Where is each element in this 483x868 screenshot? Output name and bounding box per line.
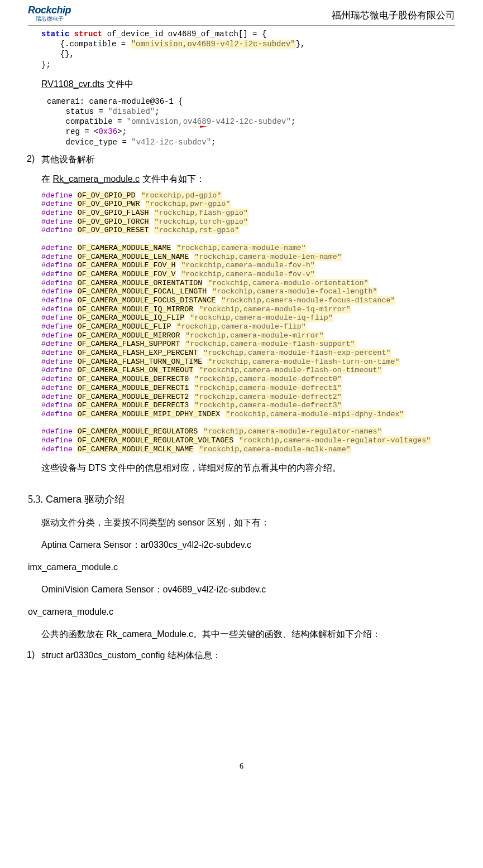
kw-static: static — [41, 30, 69, 38]
define-keyword: #define — [41, 261, 73, 269]
paragraph: 这些设备与 DTS 文件中的信息相对应，详细对应的节点看其中的内容介绍。 — [41, 459, 455, 477]
code-text: ; — [155, 107, 159, 116]
define-keyword: #define — [41, 209, 73, 217]
macro-name: OF_CAMERA_MODULE_MIPI_DPHY_INDEX — [77, 410, 221, 418]
define-keyword: #define — [41, 279, 73, 287]
macro-value: "rockchip,camera-module-len-name" — [194, 253, 342, 261]
define-keyword: #define — [41, 331, 73, 340]
define-keyword: #define — [41, 218, 73, 226]
logo-sub: 瑞芯微电子 — [28, 15, 71, 23]
macro-name: OF_CAMERA_MODULE_DEFRECT1 — [77, 384, 190, 392]
code-block-dts: camera1: camera-module@36-1 { status = "… — [41, 97, 455, 147]
code-string: "omnivision,ov4689-v4l2-i2c-subdev" — [127, 117, 291, 126]
define-keyword: #define — [41, 322, 73, 331]
define-keyword: #define — [41, 253, 73, 261]
macro-value: "rockchip,pwr-gpio" — [145, 200, 231, 208]
code-string: "v4l2-i2c-subdev" — [131, 138, 211, 147]
code-text: {.compatible = — [41, 40, 131, 49]
macro-name: OF_CAMERA_MODULE_MCLK_NAME — [77, 445, 194, 454]
define-keyword: #define — [41, 445, 73, 454]
paragraph-imx: imx_camera_module.c — [28, 558, 455, 576]
section-number: 5.3. — [28, 494, 43, 505]
define-keyword: #define — [41, 314, 73, 322]
macro-value: "rockchip,camera-module-mclk-name" — [198, 445, 351, 454]
page-header: Rockchip 瑞芯微电子 福州瑞芯微电子股份有限公司 — [28, 0, 455, 26]
code-text: status = — [47, 107, 108, 116]
macro-name: OF_CAMERA_MODULE_IQ_MIRROR — [77, 305, 194, 314]
macro-name: OF_CAMERA_MODULE_DEFRECT0 — [77, 375, 190, 383]
macro-name: OF_CAMERA_MODULE_FOV_H — [77, 261, 176, 269]
macro-name: OF_CAMERA_FLASH_ON_TIMEOUT — [77, 366, 194, 374]
macro-value: "rockchip,camera-module-fov-v" — [180, 270, 315, 278]
macro-value: "rockchip,camera-module-flash-support" — [185, 340, 355, 348]
macro-value: "rockchip,camera-module-flip" — [176, 322, 306, 331]
macro-name: OF_OV_GPIO_PD — [77, 191, 136, 200]
code-text: device_type = — [47, 138, 131, 147]
define-keyword: #define — [41, 200, 73, 208]
macro-name: OF_CAMERA_MODULE_ORIENTATION — [77, 279, 203, 287]
define-keyword: #define — [41, 436, 73, 445]
code-text: }; — [41, 60, 51, 69]
text: 在 — [41, 174, 52, 184]
paragraph: RV1108_cvr.dts 文件中 — [41, 75, 455, 93]
dts-file-link[interactable]: RV1108_cvr.dts — [41, 79, 104, 89]
macro-value: "rockchip,camera-module-regulator-voltag… — [238, 436, 431, 445]
section-label: Camera 驱动介绍 — [46, 494, 125, 505]
define-keyword: #define — [41, 427, 73, 436]
code-string: "omnivision,ov4689-v4l2-i2c-subdev" — [131, 40, 296, 49]
macro-name: OF_CAMERA_MODULE_REGULATORS — [77, 427, 198, 436]
macro-value: "rockchip,camera-module-mipi-dphy-index" — [225, 410, 404, 418]
macro-value: "rockchip,camera-module-mirror" — [185, 331, 324, 340]
macro-name: OF_CAMERA_MODULE_IQ_FLIP — [77, 314, 185, 322]
macro-value: "rockchip,camera-module-focus-distance" — [221, 296, 395, 305]
paragraph-public: 公共的函数放在 Rk_camera_Module.c。其中一些关键的函数、结构体… — [41, 625, 455, 643]
define-keyword: #define — [41, 305, 73, 314]
define-keyword: #define — [41, 393, 73, 401]
paragraph: 驱动文件分类，主要按不同类型的 sensor 区别，如下有： — [41, 514, 455, 532]
macro-value: "rockchip,camera-module-defrect2" — [194, 393, 342, 401]
macro-value: "rockchip,camera-module-flash-turn-on-ti… — [207, 358, 400, 366]
macro-name: OF_CAMERA_MODULE_FOV_V — [77, 270, 176, 278]
text: 文件中 — [104, 79, 133, 89]
define-keyword: #define — [41, 340, 73, 348]
define-keyword: #define — [41, 349, 73, 357]
logo-main: Rockchip — [28, 4, 71, 16]
code-text: of_device_id ov4689_of_match[] = { — [102, 30, 266, 38]
macro-name: OF_CAMERA_MODULE_FLIP — [77, 322, 172, 331]
item-label: 其他设备解析 — [41, 154, 95, 166]
code-text: >; — [117, 127, 127, 136]
page-number: 6 — [28, 762, 455, 771]
list-item-1: 1) struct ar0330cs_custom_config 结构体信息： — [41, 650, 455, 662]
define-keyword: #define — [41, 270, 73, 278]
macro-value: "rockchip,flash-gpio" — [154, 209, 249, 217]
define-keyword: #define — [41, 384, 73, 392]
macro-value: "rockchip,rst-gpio" — [154, 226, 240, 234]
kw-struct: struct — [74, 30, 102, 38]
macro-name: OF_CAMERA_MODULE_NAME — [77, 244, 172, 252]
item-number: 1) — [27, 650, 41, 662]
define-keyword: #define — [41, 358, 73, 366]
macro-value: "rockchip,camera-module-defrect1" — [194, 384, 342, 392]
logo: Rockchip 瑞芯微电子 — [28, 4, 71, 23]
macro-name: OF_CAMERA_FLASH_SUPPORT — [77, 340, 181, 348]
define-keyword: #define — [41, 226, 73, 234]
define-keyword: #define — [41, 287, 73, 296]
code-string: "disabled" — [108, 107, 155, 116]
define-keyword: #define — [41, 296, 73, 305]
macro-value: "rockchip,camera-module-iq-mirror" — [198, 305, 351, 314]
code-text: reg = < — [47, 127, 98, 136]
company-name: 福州瑞芯微电子股份有限公司 — [332, 9, 455, 22]
macro-name: OF_CAMERA_MODULE_FOCAL_LENGTH — [77, 287, 207, 296]
code-block-of-match: static struct of_device_id ov4689_of_mat… — [41, 29, 455, 70]
macro-value: "rockchip,camera-module-defrect0" — [194, 375, 342, 383]
macro-name: OF_OV_GPIO_FLASH — [77, 209, 150, 217]
c-file-link[interactable]: Rk_camera_module.c — [52, 174, 140, 184]
code-text: compatible = — [47, 117, 127, 126]
item-number: 2) — [27, 154, 41, 166]
macro-name: OF_CAMERA_FLASH_TURN_ON_TIME — [77, 358, 203, 366]
macro-value: "rockchip,camera-module-regulator-names" — [203, 427, 382, 436]
macro-name: OF_OV_GPIO_RESET — [77, 226, 150, 234]
macro-name: OF_OV_GPIO_PWR — [77, 200, 141, 208]
define-keyword: #define — [41, 366, 73, 374]
define-keyword: #define — [41, 244, 73, 252]
